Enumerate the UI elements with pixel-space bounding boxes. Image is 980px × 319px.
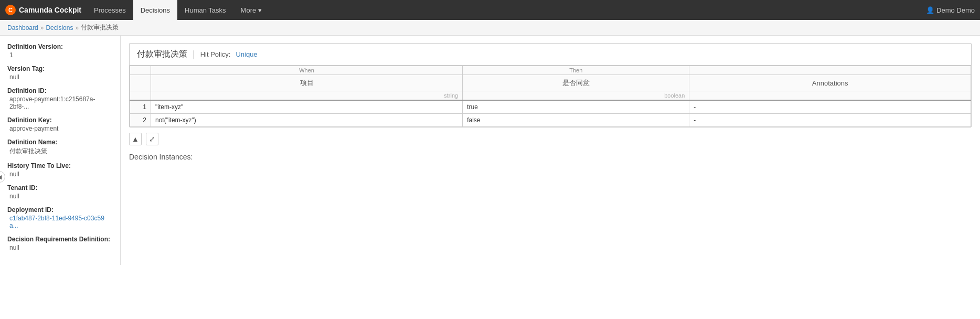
definition-version-label: Definition Version: [7, 43, 113, 50]
breadcrumb-decisions[interactable]: Decisions [46, 24, 73, 31]
sidebar-field-drd: Decision Requirements Definition: null [7, 236, 113, 251]
breadcrumb: Dashboard » Decisions » 付款审批决策 [0, 20, 980, 36]
deployment-id-value[interactable]: c1fab487-2bf8-11ed-9495-c03c59a... [7, 215, 113, 229]
dmn-then-section: Then [463, 66, 689, 75]
breadcrumb-current: 付款审批决策 [81, 23, 119, 32]
row-annotation: - [689, 100, 971, 114]
definition-id-value: approve-payment:1:c215687a-2bf8-... [7, 95, 113, 110]
sidebar-field-definition-key: Definition Key: approve-payment [7, 116, 113, 132]
dmn-when-section: When [151, 66, 463, 75]
row-num: 2 [130, 114, 151, 127]
username: Demo Demo [936, 6, 975, 14]
decision-instances-label: Decision Instances: [129, 153, 972, 161]
sidebar-wrapper: Definition Version: 1 Version Tag: null … [0, 36, 121, 318]
dmn-header-type-row: string boolean [130, 91, 971, 101]
definition-name-label: Definition Name: [7, 139, 113, 146]
dmn-annotations-col-name: Annotations [689, 75, 971, 91]
version-tag-value: null [7, 73, 113, 81]
dmn-table-row: 1 "item-xyz" true - [130, 100, 971, 114]
dmn-when-col-type: string [151, 91, 463, 101]
row-then: false [463, 114, 689, 127]
nav-item-human-tasks[interactable]: Human Tasks [177, 0, 233, 20]
navbar: C Camunda Cockpit Processes Decisions Hu… [0, 0, 980, 20]
dmn-table-row: 2 not("item-xyz") false - [130, 114, 971, 127]
definition-key-label: Definition Key: [7, 116, 113, 124]
dmn-then-col-type: boolean [463, 91, 689, 101]
dmn-num-header [130, 66, 151, 75]
drd-label: Decision Requirements Definition: [7, 236, 113, 243]
history-ttl-value: null [7, 171, 113, 178]
sidebar-field-deployment-id: Deployment ID: c1fab487-2bf8-11ed-9495-c… [7, 206, 113, 229]
breadcrumb-sep-2: » [75, 24, 79, 31]
collapse-up-button[interactable]: ▲ [129, 133, 142, 145]
tenant-id-value: null [7, 193, 113, 200]
brand-name: Camunda Cockpit [19, 6, 81, 14]
sidebar-field-tenant-id: Tenant ID: null [7, 184, 113, 200]
sidebar-field-definition-name: Definition Name: 付款审批决策 [7, 139, 113, 156]
dmn-header-section-row: When Then [130, 66, 971, 75]
definition-version-value: 1 [7, 51, 113, 59]
tenant-id-label: Tenant ID: [7, 184, 113, 192]
dmn-num-name [130, 75, 151, 91]
sidebar: Definition Version: 1 Version Tag: null … [0, 36, 121, 265]
row-annotation: - [689, 114, 971, 127]
deployment-id-label: Deployment ID: [7, 206, 113, 214]
row-when: "item-xyz" [151, 100, 463, 114]
logo-icon: C [5, 5, 16, 15]
dmn-table: When Then 项目 是否同意 Annotations strin [130, 66, 971, 127]
row-when: not("item-xyz") [151, 114, 463, 127]
dmn-annotations-section [689, 66, 971, 75]
dmn-when-col-name: 项目 [151, 75, 463, 91]
breadcrumb-sep-1: » [40, 24, 44, 31]
nav-item-more[interactable]: More ▾ [233, 0, 269, 20]
dt-divider: | [193, 49, 195, 60]
row-then: true [463, 100, 689, 114]
expand-button[interactable]: ⤢ [146, 133, 158, 145]
sidebar-field-definition-id: Definition ID: approve-payment:1:c215687… [7, 87, 113, 110]
drd-value: null [7, 244, 113, 251]
content-area: 付款审批决策 | Hit Policy: Unique When Then [121, 36, 980, 318]
dmn-header-name-row: 项目 是否同意 Annotations [130, 75, 971, 91]
breadcrumb-dashboard[interactable]: Dashboard [7, 24, 38, 31]
dmn-table-body: 1 "item-xyz" true - 2 not("item-xyz") fa… [130, 100, 971, 127]
dmn-num-type [130, 91, 151, 101]
row-num: 1 [130, 100, 151, 114]
dmn-annotations-col-type [689, 91, 971, 101]
definition-id-label: Definition ID: [7, 87, 113, 94]
history-ttl-label: History Time To Live: [7, 162, 113, 169]
sidebar-field-definition-version: Definition Version: 1 [7, 43, 113, 59]
dmn-then-col-name: 是否同意 [463, 75, 689, 91]
decision-table-header: 付款审批决策 | Hit Policy: Unique [130, 44, 971, 66]
hit-policy-label: Hit Policy: [200, 50, 231, 58]
brand: C Camunda Cockpit [5, 5, 81, 15]
sidebar-field-history-ttl: History Time To Live: null [7, 162, 113, 178]
nav-item-processes[interactable]: Processes [87, 0, 133, 20]
decision-table-container: 付款审批决策 | Hit Policy: Unique When Then [129, 43, 972, 127]
definition-key-value: approve-payment [7, 125, 113, 132]
definition-name-value: 付款审批决策 [7, 147, 113, 156]
decision-table-title: 付款审批决策 [137, 49, 187, 60]
user-icon: 👤 [926, 6, 934, 14]
version-tag-label: Version Tag: [7, 65, 113, 72]
hit-policy-value: Unique [236, 50, 257, 58]
main-layout: Definition Version: 1 Version Tag: null … [0, 36, 980, 318]
nav-item-decisions[interactable]: Decisions [133, 0, 177, 20]
bottom-controls: ▲ ⤢ [129, 133, 972, 145]
sidebar-field-version-tag: Version Tag: null [7, 65, 113, 81]
user-menu[interactable]: 👤 Demo Demo [926, 6, 975, 14]
